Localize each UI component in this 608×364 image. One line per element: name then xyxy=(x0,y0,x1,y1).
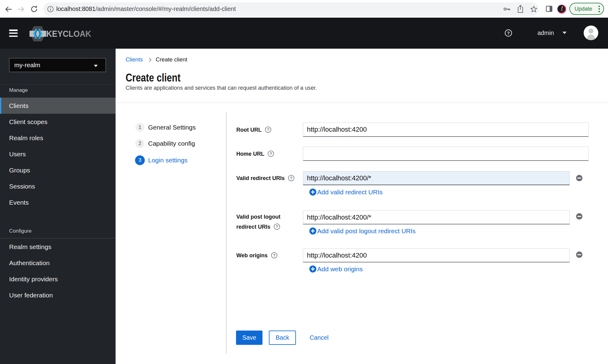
svg-text:?: ? xyxy=(267,127,269,132)
svg-text:?: ? xyxy=(276,224,278,229)
svg-text:?: ? xyxy=(273,253,275,258)
svg-text:?: ? xyxy=(290,176,293,180)
svg-text:KEYCLOAK: KEYCLOAK xyxy=(46,29,91,39)
svg-text:?: ? xyxy=(507,31,510,36)
svg-text:?: ? xyxy=(270,151,272,156)
